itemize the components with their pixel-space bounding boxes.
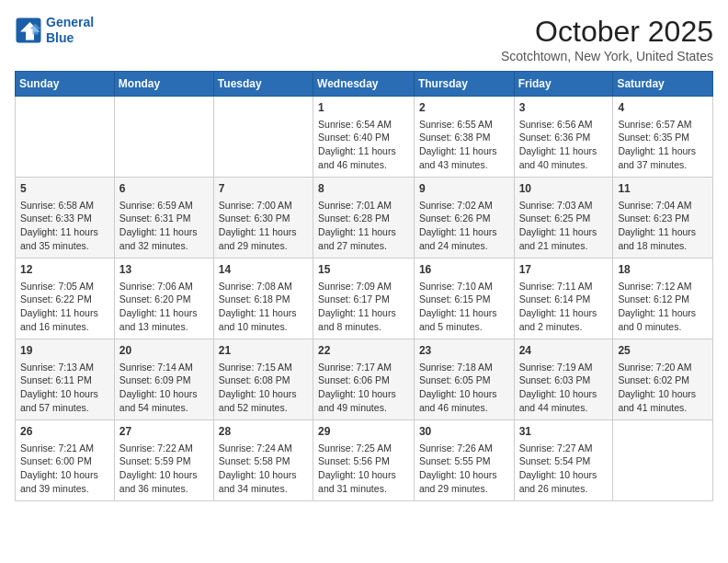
calendar-cell: 15Sunrise: 7:09 AM Sunset: 6:17 PM Dayli… [313,259,415,339]
calendar-cell: 28Sunrise: 7:24 AM Sunset: 5:58 PM Dayli… [213,420,313,501]
weekday-header: Monday [114,72,213,97]
location: Scotchtown, New York, United States [501,49,713,63]
calendar-cell: 29Sunrise: 7:25 AM Sunset: 5:56 PM Dayli… [313,420,415,501]
calendar-cell: 10Sunrise: 7:03 AM Sunset: 6:25 PM Dayli… [514,178,613,259]
day-number: 9 [419,181,509,197]
calendar-cell: 20Sunrise: 7:14 AM Sunset: 6:09 PM Dayli… [114,339,213,420]
day-info: Sunrise: 7:13 AM Sunset: 6:11 PM Dayligh… [20,361,109,415]
calendar-cell: 4Sunrise: 6:57 AM Sunset: 6:35 PM Daylig… [613,97,713,178]
day-info: Sunrise: 7:11 AM Sunset: 6:14 PM Dayligh… [519,280,609,334]
calendar-cell: 9Sunrise: 7:02 AM Sunset: 6:26 PM Daylig… [414,178,514,259]
day-info: Sunrise: 7:20 AM Sunset: 6:02 PM Dayligh… [618,361,708,415]
calendar-cell [213,97,313,178]
calendar-cell: 3Sunrise: 6:56 AM Sunset: 6:36 PM Daylig… [514,97,613,178]
day-info: Sunrise: 7:01 AM Sunset: 6:28 PM Dayligh… [318,199,409,253]
day-number: 17 [519,262,609,278]
calendar-cell: 19Sunrise: 7:13 AM Sunset: 6:11 PM Dayli… [16,339,115,420]
calendar-cell: 17Sunrise: 7:11 AM Sunset: 6:14 PM Dayli… [514,259,613,339]
day-info: Sunrise: 7:19 AM Sunset: 6:03 PM Dayligh… [519,361,609,415]
calendar-cell: 12Sunrise: 7:05 AM Sunset: 6:22 PM Dayli… [16,259,115,339]
calendar-cell: 23Sunrise: 7:18 AM Sunset: 6:05 PM Dayli… [414,339,514,420]
page-header: General Blue October 2025 Scotchtown, Ne… [15,15,713,63]
calendar-cell: 11Sunrise: 7:04 AM Sunset: 6:23 PM Dayli… [613,178,713,259]
day-number: 16 [419,262,509,278]
day-number: 3 [519,100,609,116]
logo-line1: General [46,15,94,29]
day-number: 28 [219,424,308,440]
day-number: 20 [119,343,209,359]
day-info: Sunrise: 7:05 AM Sunset: 6:22 PM Dayligh… [20,280,109,334]
day-number: 8 [318,181,409,197]
weekday-header: Sunday [16,72,115,97]
day-number: 11 [618,181,708,197]
day-info: Sunrise: 7:18 AM Sunset: 6:05 PM Dayligh… [419,361,509,415]
day-info: Sunrise: 7:09 AM Sunset: 6:17 PM Dayligh… [318,280,409,334]
day-info: Sunrise: 7:27 AM Sunset: 5:54 PM Dayligh… [519,442,609,496]
day-number: 7 [219,181,308,197]
calendar-cell: 30Sunrise: 7:26 AM Sunset: 5:55 PM Dayli… [414,420,514,501]
day-info: Sunrise: 6:59 AM Sunset: 6:31 PM Dayligh… [119,199,209,253]
day-number: 15 [318,262,409,278]
day-info: Sunrise: 7:03 AM Sunset: 6:25 PM Dayligh… [519,199,609,253]
weekday-header: Thursday [414,72,514,97]
calendar-cell: 27Sunrise: 7:22 AM Sunset: 5:59 PM Dayli… [114,420,213,501]
calendar-cell: 31Sunrise: 7:27 AM Sunset: 5:54 PM Dayli… [514,420,613,501]
calendar-cell: 2Sunrise: 6:55 AM Sunset: 6:38 PM Daylig… [414,97,514,178]
day-number: 18 [618,262,708,278]
day-number: 31 [519,424,609,440]
calendar-cell: 14Sunrise: 7:08 AM Sunset: 6:18 PM Dayli… [213,259,313,339]
calendar-cell: 22Sunrise: 7:17 AM Sunset: 6:06 PM Dayli… [313,339,415,420]
day-info: Sunrise: 6:55 AM Sunset: 6:38 PM Dayligh… [419,118,509,172]
day-number: 5 [20,181,109,197]
calendar-cell: 7Sunrise: 7:00 AM Sunset: 6:30 PM Daylig… [213,178,313,259]
weekday-header: Friday [514,72,613,97]
calendar-cell: 24Sunrise: 7:19 AM Sunset: 6:03 PM Dayli… [514,339,613,420]
day-number: 23 [419,343,509,359]
logo-icon [15,17,42,44]
calendar-cell: 18Sunrise: 7:12 AM Sunset: 6:12 PM Dayli… [613,259,713,339]
day-info: Sunrise: 6:56 AM Sunset: 6:36 PM Dayligh… [519,118,609,172]
day-number: 30 [419,424,509,440]
day-number: 21 [219,343,308,359]
day-number: 26 [20,424,109,440]
calendar-cell: 25Sunrise: 7:20 AM Sunset: 6:02 PM Dayli… [613,339,713,420]
day-number: 14 [219,262,308,278]
day-info: Sunrise: 6:57 AM Sunset: 6:35 PM Dayligh… [618,118,708,172]
day-info: Sunrise: 7:25 AM Sunset: 5:56 PM Dayligh… [318,442,409,496]
day-number: 19 [20,343,109,359]
day-info: Sunrise: 7:26 AM Sunset: 5:55 PM Dayligh… [419,442,509,496]
day-info: Sunrise: 7:21 AM Sunset: 6:00 PM Dayligh… [20,442,109,496]
day-number: 12 [20,262,109,278]
day-info: Sunrise: 7:00 AM Sunset: 6:30 PM Dayligh… [219,199,308,253]
weekday-header: Saturday [613,72,713,97]
day-number: 4 [618,100,708,116]
month-title: October 2025 [501,15,713,49]
calendar-cell: 26Sunrise: 7:21 AM Sunset: 6:00 PM Dayli… [16,420,115,501]
day-number: 1 [318,100,409,116]
day-number: 6 [119,181,209,197]
calendar-cell: 8Sunrise: 7:01 AM Sunset: 6:28 PM Daylig… [313,178,415,259]
logo-line2: Blue [46,30,74,45]
calendar-cell [16,97,115,178]
day-info: Sunrise: 7:22 AM Sunset: 5:59 PM Dayligh… [119,442,209,496]
day-info: Sunrise: 7:14 AM Sunset: 6:09 PM Dayligh… [119,361,209,415]
weekday-header: Tuesday [213,72,313,97]
title-block: October 2025 Scotchtown, New York, Unite… [501,15,713,63]
day-info: Sunrise: 7:10 AM Sunset: 6:15 PM Dayligh… [419,280,509,334]
day-info: Sunrise: 7:08 AM Sunset: 6:18 PM Dayligh… [219,280,308,334]
day-info: Sunrise: 7:15 AM Sunset: 6:08 PM Dayligh… [219,361,308,415]
calendar-week-row: 5Sunrise: 6:58 AM Sunset: 6:33 PM Daylig… [16,178,713,259]
calendar-cell: 5Sunrise: 6:58 AM Sunset: 6:33 PM Daylig… [16,178,115,259]
day-info: Sunrise: 6:58 AM Sunset: 6:33 PM Dayligh… [20,199,109,253]
calendar-cell [114,97,213,178]
calendar-week-row: 12Sunrise: 7:05 AM Sunset: 6:22 PM Dayli… [16,259,713,339]
day-number: 13 [119,262,209,278]
calendar-cell: 16Sunrise: 7:10 AM Sunset: 6:15 PM Dayli… [414,259,514,339]
calendar-cell: 1Sunrise: 6:54 AM Sunset: 6:40 PM Daylig… [313,97,415,178]
weekday-header: Wednesday [313,72,415,97]
calendar-week-row: 19Sunrise: 7:13 AM Sunset: 6:11 PM Dayli… [16,339,713,420]
day-info: Sunrise: 7:02 AM Sunset: 6:26 PM Dayligh… [419,199,509,253]
day-number: 25 [618,343,708,359]
calendar-cell: 6Sunrise: 6:59 AM Sunset: 6:31 PM Daylig… [114,178,213,259]
calendar-cell [613,420,713,501]
